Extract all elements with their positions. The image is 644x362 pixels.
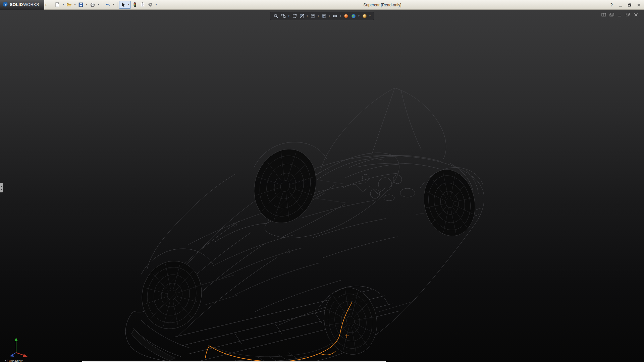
save-caret[interactable]: ▾ xyxy=(85,1,89,8)
open-caret[interactable]: ▾ xyxy=(73,1,77,8)
wheels xyxy=(135,141,481,359)
previous-view-icon[interactable] xyxy=(291,13,298,19)
display-style-caret[interactable]: ▾ xyxy=(328,15,331,17)
view-orientation-icon[interactable] xyxy=(310,13,316,19)
document-title: Supercar [Read-only] xyxy=(363,0,401,10)
open-button[interactable] xyxy=(65,1,73,8)
window-controls: ? xyxy=(609,0,641,10)
headsup-view-toolbar: ▾ ▾ ▾ ▾ ▾ xyxy=(270,12,374,20)
standard-toolbar: ▾ ▾ ▾ xyxy=(54,1,158,9)
apply-scene-icon[interactable] xyxy=(350,13,357,19)
zoom-to-area-icon[interactable] xyxy=(280,13,286,19)
chevron-left-icon xyxy=(1,185,2,187)
new-button[interactable] xyxy=(54,1,61,8)
panel-collapse-tab[interactable] xyxy=(0,183,3,192)
undo-button[interactable] xyxy=(104,1,111,8)
zoom-area-caret[interactable]: ▾ xyxy=(287,15,290,17)
x-axis-red xyxy=(23,354,28,357)
edit-appearance-icon[interactable] xyxy=(343,13,349,19)
document-window-controls xyxy=(601,12,639,17)
hide-show-caret[interactable]: ▾ xyxy=(339,15,342,17)
options-caret[interactable]: ▾ xyxy=(154,1,158,8)
view-settings-icon[interactable] xyxy=(361,13,368,19)
save-button[interactable] xyxy=(77,1,85,8)
view-orientation-caret[interactable]: ▾ xyxy=(317,15,320,17)
split-pane-icon[interactable] xyxy=(601,12,606,17)
minimize-doc-icon[interactable] xyxy=(617,12,623,17)
cascade-pane-icon[interactable] xyxy=(609,12,614,17)
hide-show-items-icon[interactable] xyxy=(332,13,338,19)
section-view-caret[interactable]: ▾ xyxy=(306,15,309,17)
close-icon[interactable] xyxy=(636,2,641,8)
restore-doc-icon[interactable] xyxy=(625,12,631,17)
y-axis-green xyxy=(14,338,18,341)
display-style-icon[interactable] xyxy=(321,13,327,19)
print-button[interactable] xyxy=(89,1,96,8)
section-view-icon[interactable] xyxy=(299,13,305,19)
undo-caret[interactable]: ▾ xyxy=(112,1,115,8)
select-tool-group: ▾ xyxy=(119,1,131,9)
close-doc-icon[interactable] xyxy=(633,12,639,17)
3ds-logo-icon xyxy=(2,1,8,8)
help-icon[interactable]: ? xyxy=(609,2,614,8)
menu-expand-chevron[interactable]: ▸ xyxy=(44,0,48,10)
options-button[interactable] xyxy=(147,1,154,8)
bottom-strip xyxy=(82,361,386,362)
minimize-icon[interactable] xyxy=(618,2,623,8)
solidworks-logo[interactable]: SOLIDWORKS xyxy=(0,0,44,10)
model-canvas[interactable] xyxy=(0,10,644,362)
file-properties-button[interactable] xyxy=(139,1,146,8)
orientation-label: *Dimetric xyxy=(5,359,23,362)
select-button[interactable] xyxy=(119,1,127,8)
toolbar-separator xyxy=(117,2,117,8)
print-caret[interactable]: ▾ xyxy=(97,1,100,8)
new-caret[interactable]: ▾ xyxy=(61,1,65,8)
solidworks-window: SOLIDWORKS ▸ ▾ ▾ xyxy=(0,0,644,362)
chevron-right-icon xyxy=(1,188,2,190)
select-caret[interactable]: ▾ xyxy=(127,1,130,8)
titlebar: SOLIDWORKS ▸ ▾ ▾ xyxy=(0,0,644,10)
toolbar-separator xyxy=(102,2,102,8)
brand-works: WORKS xyxy=(23,2,39,7)
apply-scene-caret[interactable]: ▾ xyxy=(358,15,360,17)
car-wireframe xyxy=(125,88,484,362)
view-settings-caret[interactable]: ▾ xyxy=(369,15,371,17)
graphics-viewport[interactable]: ▾ ▾ ▾ ▾ ▾ xyxy=(0,10,644,362)
zoom-to-fit-icon[interactable] xyxy=(273,13,279,19)
rebuild-button[interactable] xyxy=(131,1,139,8)
reference-triad[interactable] xyxy=(5,335,30,359)
brand-solid: SOLID xyxy=(10,2,23,7)
restore-icon[interactable] xyxy=(627,2,632,8)
